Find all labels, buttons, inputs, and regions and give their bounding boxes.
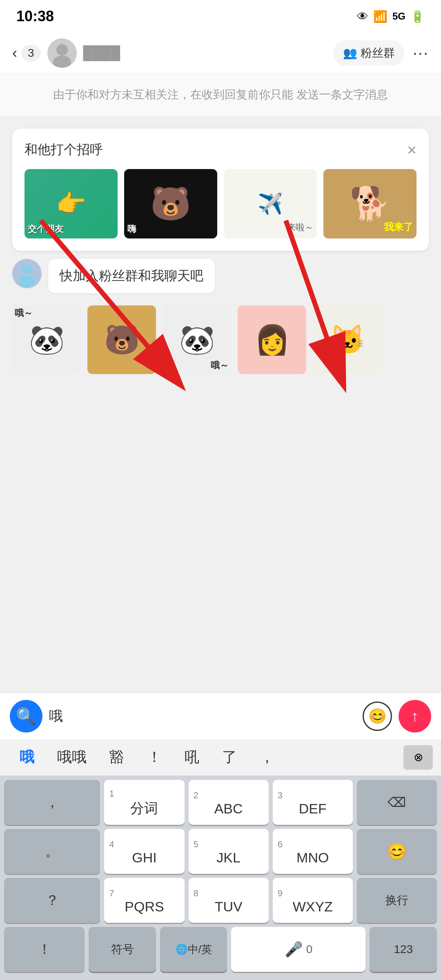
symbol-label: 符号 — [111, 942, 134, 957]
key-9-wxyz[interactable]: 9 WXYZ — [273, 878, 353, 923]
key-return[interactable]: 换行 — [357, 878, 437, 923]
key-123[interactable]: 123 — [370, 927, 437, 972]
sticker-panda2[interactable]: 🐼 哦～ — [163, 305, 231, 374]
svg-point-1 — [56, 44, 68, 56]
key-question[interactable]: ？ — [4, 878, 100, 923]
key-comma[interactable]: ， — [4, 780, 100, 825]
fans-label: 粉丝群 — [361, 45, 395, 61]
sticker-cat[interactable]: 🐱 — [313, 305, 381, 374]
sticker-girl[interactable]: 👩 — [238, 305, 306, 374]
key-4-ghi[interactable]: 4 GHI — [104, 829, 184, 874]
status-time: 10:38 — [16, 8, 54, 25]
chat-section: 由于你和对方未互相关注，在收到回复前你只能 发送一条文字消息 和他打个招呼 × … — [0, 74, 441, 693]
more-button[interactable]: ··· — [413, 44, 429, 62]
battery-icon: 🔋 — [410, 10, 425, 23]
message-text: 快加入粉丝群和我聊天吧 — [60, 268, 203, 283]
candidate-item[interactable]: ， — [248, 747, 286, 767]
back-count: 3 — [21, 45, 41, 61]
notice-text: 由于你和对方未互相关注，在收到回复前你只能 发送一条文字消息 — [0, 74, 441, 116]
candidate-delete-button[interactable]: ⊗ — [403, 745, 433, 770]
sticker-item[interactable]: 🐻 嗨 — [124, 169, 217, 238]
keyboard-row-2: 。 4 GHI 5 JKL 6 MNO 😊 — [4, 829, 437, 874]
key-3-def[interactable]: 3 DEF — [273, 780, 353, 825]
candidate-item[interactable]: ！ — [136, 747, 173, 767]
emoji-icon: 😊 — [368, 708, 387, 725]
svg-point-4 — [22, 265, 32, 274]
key-7-pqrs[interactable]: 7 PQRS — [104, 878, 184, 923]
search-button[interactable]: 🔍 — [10, 700, 42, 733]
greeting-title: 和他打个招呼 — [24, 141, 103, 159]
key-5-jkl[interactable]: 5 JKL — [189, 829, 269, 874]
key-8-tuv[interactable]: 8 TUV — [189, 878, 269, 923]
chinese-english-label: 中/英 — [188, 942, 212, 957]
emoji-button[interactable]: 😊 — [363, 702, 392, 731]
keyboard: ， 1 分词 2 ABC 3 DEF ⌫ 。 4 — [0, 776, 441, 980]
key-2-abc[interactable]: 2 ABC — [189, 780, 269, 825]
return-label: 换行 — [385, 893, 408, 908]
candidate-bar: 哦 哦哦 豁 ！ 吼 了 ， ⊗ — [0, 739, 441, 776]
svg-point-5 — [19, 276, 35, 287]
candidate-item[interactable]: 哦 — [8, 747, 46, 767]
input-bar: 🔍 😊 ↑ — [0, 693, 441, 739]
delete-icon: ⌫ — [388, 795, 406, 810]
globe-icon: 🌐 — [176, 944, 188, 955]
key-period[interactable]: 。 — [4, 829, 100, 874]
user-avatar[interactable] — [47, 38, 77, 68]
key-chinese-english[interactable]: 🌐 中/英 — [160, 927, 227, 972]
sticker-item[interactable]: ✈️ 来啦～ — [224, 169, 317, 238]
wifi-icon: 📶 — [373, 10, 388, 23]
back-button[interactable]: ‹ 3 — [12, 45, 41, 62]
header-actions: 👥 粉丝群 ··· — [333, 40, 429, 66]
keyboard-row-4: ！ 符号 🌐 中/英 🎤 0 123 — [4, 927, 437, 972]
sticker-bear[interactable]: 🐻 — [87, 305, 156, 374]
candidate-item[interactable]: 吼 — [173, 747, 211, 767]
fans-group-button[interactable]: 👥 粉丝群 — [333, 40, 405, 66]
send-icon: ↑ — [411, 708, 419, 725]
chat-header: ‹ 3 ████ 👥 粉丝群 ··· — [0, 33, 441, 74]
sticker-item[interactable]: 🐕 我来了 — [323, 169, 416, 238]
keyboard-row-1: ， 1 分词 2 ABC 3 DEF ⌫ — [4, 780, 437, 825]
status-icons: 👁 📶 5G 🔋 — [357, 10, 425, 23]
message-area: 快加入粉丝群和我聊天吧 — [0, 251, 441, 301]
sticker-label: 交个朋友 — [28, 223, 64, 235]
candidate-item[interactable]: 了 — [211, 747, 248, 767]
sticker-item[interactable]: 👉 交个朋友 — [24, 169, 118, 238]
message-bubble: 快加入粉丝群和我聊天吧 — [48, 259, 215, 293]
emoji-keyboard-icon: 😊 — [387, 842, 407, 861]
fans-icon: 👥 — [343, 46, 357, 60]
greeting-header: 和他打个招呼 × — [24, 141, 416, 159]
send-button[interactable]: ↑ — [399, 700, 431, 733]
key-1-fenCI[interactable]: 1 分词 — [104, 780, 184, 825]
message-input[interactable] — [49, 700, 356, 733]
key-6-mno[interactable]: 6 MNO — [273, 829, 353, 874]
key-symbol[interactable]: 符号 — [89, 927, 156, 972]
user-name: ████ — [83, 45, 333, 60]
greeting-panel: 和他打个招呼 × 👉 交个朋友 🐻 嗨 ✈️ 来啦～ — [12, 129, 429, 251]
notice-content: 由于你和对方未互相关注，在收到回复前你只能 发送一条文字消息 — [53, 88, 388, 101]
space-num-label: 0 — [306, 943, 313, 956]
candidate-item[interactable]: 哦哦 — [46, 747, 98, 767]
key-delete[interactable]: ⌫ — [357, 780, 437, 825]
sticker-panda1[interactable]: 🐼 哦～ — [12, 305, 81, 374]
sticker-label: 我来了 — [384, 220, 413, 234]
status-bar: 10:38 👁 📶 5G 🔋 — [0, 0, 441, 33]
greeting-stickers-top: 👉 交个朋友 🐻 嗨 ✈️ 来啦～ 🐕 我来了 — [24, 169, 416, 238]
visibility-icon: 👁 — [357, 10, 368, 23]
candidate-item[interactable]: 豁 — [98, 747, 136, 767]
signal-label: 5G — [392, 11, 405, 22]
sticker-label: 嗨 — [127, 223, 136, 235]
sender-avatar — [12, 259, 42, 288]
search-icon: 🔍 — [16, 707, 36, 726]
key-emoji[interactable]: 😊 — [357, 829, 437, 874]
keyboard-row-3: ？ 7 PQRS 8 TUV 9 WXYZ 换行 — [4, 878, 437, 923]
num-label: 123 — [394, 943, 413, 956]
key-space[interactable]: 🎤 0 — [231, 927, 365, 972]
key-exclaim[interactable]: ！ — [4, 927, 85, 972]
sticker-row-bottom: 🐼 哦～ 🐻 🐼 哦～ 👩 🐱 — [0, 301, 441, 382]
greeting-close-button[interactable]: × — [407, 141, 416, 159]
back-icon[interactable]: ‹ — [12, 45, 17, 62]
microphone-icon: 🎤 — [285, 941, 303, 958]
